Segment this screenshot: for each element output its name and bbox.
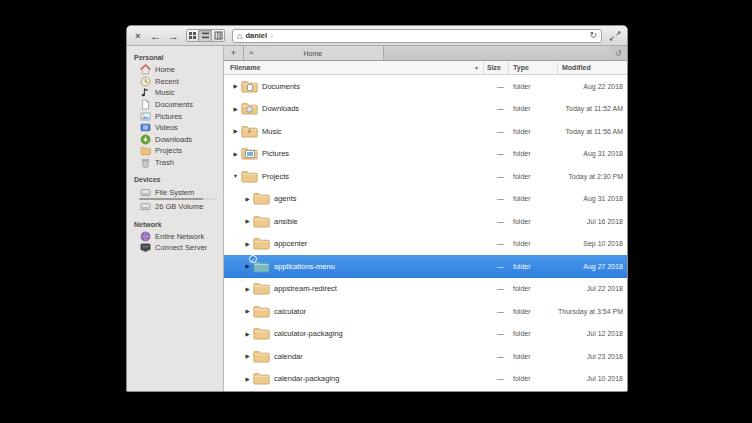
tab-label: Home <box>258 50 378 57</box>
sidebar-item-recent[interactable]: Recent <box>127 76 223 88</box>
maximize-button[interactable]: ↗ ↙ <box>609 30 621 42</box>
modified-label: Today at 11:52 AM <box>557 105 627 112</box>
size-label: — <box>483 263 508 270</box>
tab-bar: + × Home ↺ <box>224 46 627 61</box>
expand-expander-icon[interactable]: ▶ <box>242 308 253 314</box>
sidebar-item-label: Music <box>155 88 175 97</box>
type-label: folder <box>508 128 557 135</box>
sidebar-item-entire-network[interactable]: Entire Network <box>127 231 223 243</box>
recent-icon <box>140 76 151 87</box>
expand-expander-icon[interactable]: ▶ <box>242 196 253 202</box>
list-view-button[interactable] <box>199 29 212 42</box>
sidebar-item-file-system[interactable]: File System <box>127 186 223 198</box>
filename-label: calendar <box>274 352 303 361</box>
column-view-button[interactable] <box>212 29 225 42</box>
sidebar-item-label: Videos <box>155 123 178 132</box>
sidebar-item-projects[interactable]: Projects <box>127 145 223 157</box>
filename-label: Pictures <box>262 149 289 158</box>
folder-icon <box>253 215 270 228</box>
file-manager-window: × ← → ⌂ daniel › ↻ ↗ ↙ PersonalHomeRecen… <box>126 25 628 392</box>
sidebar-item-connect-server[interactable]: Connect Server <box>127 242 223 254</box>
headerbar: × ← → ⌂ daniel › ↻ ↗ ↙ <box>127 26 627 46</box>
expand-expander-icon[interactable]: ▶ <box>242 376 253 382</box>
type-label: folder <box>508 150 557 157</box>
collapse-expander-icon[interactable]: ▼ <box>230 173 241 179</box>
modified-label: Aug 27 2018 <box>557 263 627 270</box>
check-badge-icon: ✓ <box>249 255 257 263</box>
type-label: folder <box>508 105 557 112</box>
file-row-Projects[interactable]: ▼Projects—folderToday at 2:30 PM <box>224 165 627 188</box>
file-row-calendar[interactable]: ▶calendar—folderJul 23 2018 <box>224 345 627 368</box>
restore-closed-tab-button[interactable]: ↺ <box>609 46 627 60</box>
forward-button[interactable]: → <box>168 30 179 42</box>
close-window-button[interactable]: × <box>133 31 143 41</box>
file-row-agents[interactable]: ▶agents—folderAug 31 2018 <box>224 188 627 211</box>
sidebar-section-label: Network <box>127 218 223 231</box>
sort-descending-icon: ▼ <box>474 65 479 71</box>
download-badge-icon: ↓ <box>246 106 253 113</box>
file-row-Music[interactable]: ▶♪Music—folderToday at 11:56 AM <box>224 120 627 143</box>
folder-icon <box>253 282 270 295</box>
column-header-filename[interactable]: Filename ▼ <box>224 61 483 74</box>
file-row-applications-menu[interactable]: ▶✓applications-menu—folderAug 27 2018 <box>224 255 627 278</box>
column-header-size[interactable]: Size <box>483 61 508 74</box>
sidebar-item-downloads[interactable]: Downloads <box>127 134 223 146</box>
column-view-icon <box>214 31 223 40</box>
file-row-Downloads[interactable]: ▶↓Downloads—folderToday at 11:52 AM <box>224 98 627 121</box>
grid-view-button[interactable] <box>186 29 199 42</box>
sidebar-item-trash[interactable]: Trash <box>127 157 223 169</box>
size-label: — <box>483 353 508 360</box>
type-label: folder <box>508 195 557 202</box>
expand-expander-icon[interactable]: ▶ <box>230 83 241 89</box>
size-label: — <box>483 308 508 315</box>
projects-icon <box>140 145 151 156</box>
breadcrumb[interactable]: daniel <box>245 31 267 40</box>
expand-expander-icon[interactable]: ▶ <box>242 286 253 292</box>
tab-close-icon[interactable]: × <box>249 49 254 57</box>
back-button[interactable]: ← <box>150 30 161 42</box>
sidebar-item-label: Documents <box>155 100 193 109</box>
expand-expander-icon[interactable]: ▶ <box>230 128 241 134</box>
file-row-appstream-redirect[interactable]: ▶appstream-redirect—folderJul 22 2018 <box>224 278 627 301</box>
sidebar-item-26-gb-volume[interactable]: 26 GB Volume <box>127 201 223 213</box>
photo-icon <box>246 151 254 157</box>
sidebar-item-documents[interactable]: Documents <box>127 99 223 111</box>
pathbar[interactable]: ⌂ daniel › ↻ <box>232 29 602 43</box>
filename-column-label: Filename <box>230 64 260 71</box>
sidebar-item-label: Downloads <box>155 135 192 144</box>
type-label: folder <box>508 353 557 360</box>
file-row-calendar-packaging[interactable]: ▶calendar-packaging—folderJul 10 2018 <box>224 368 627 391</box>
refresh-button[interactable]: ↻ <box>589 31 597 40</box>
expand-expander-icon[interactable]: ▶ <box>242 353 253 359</box>
capacity-bar <box>139 198 217 200</box>
expand-expander-icon[interactable]: ▶ <box>230 151 241 157</box>
column-header-modified[interactable]: Modified <box>557 61 627 74</box>
tab-home[interactable]: × Home <box>244 46 384 60</box>
expand-expander-icon[interactable]: ▶ <box>242 263 253 269</box>
file-row-Documents[interactable]: ▶Documents—folderAug 22 2018 <box>224 75 627 98</box>
expand-expander-icon[interactable]: ▶ <box>242 331 253 337</box>
column-header-type[interactable]: Type <box>508 61 557 74</box>
sidebar-item-pictures[interactable]: Pictures <box>127 110 223 122</box>
file-row-calculator-packaging[interactable]: ▶calculator-packaging—folderJul 12 2018 <box>224 323 627 346</box>
size-label: — <box>483 240 508 247</box>
file-row-Pictures[interactable]: ▶Pictures—folderAug 31 2018 <box>224 143 627 166</box>
expand-expander-icon[interactable]: ▶ <box>242 241 253 247</box>
sidebar-item-home[interactable]: Home <box>127 64 223 76</box>
documents-icon <box>140 99 151 110</box>
filename-label: appcenter <box>274 239 307 248</box>
desktop: { "toolbar": { "close_glyph": "×", "back… <box>0 0 752 423</box>
sidebar-item-music[interactable]: Music <box>127 87 223 99</box>
folder-icon <box>253 305 270 318</box>
folder-icon: ✓ <box>253 260 270 273</box>
sidebar-item-videos[interactable]: Videos <box>127 122 223 134</box>
file-row-appcenter[interactable]: ▶appcenter—folderSep 10 2018 <box>224 233 627 256</box>
new-tab-button[interactable]: + <box>224 46 244 60</box>
expand-expander-icon[interactable]: ▶ <box>242 218 253 224</box>
filename-label: calculator <box>274 307 306 316</box>
expand-expander-icon[interactable]: ▶ <box>230 106 241 112</box>
file-row-calculator[interactable]: ▶calculator—folderThursday at 3:54 PM <box>224 300 627 323</box>
file-row-ansible[interactable]: ▶ansible—folderJul 16 2018 <box>224 210 627 233</box>
type-label: folder <box>508 330 557 337</box>
type-label: folder <box>508 263 557 270</box>
